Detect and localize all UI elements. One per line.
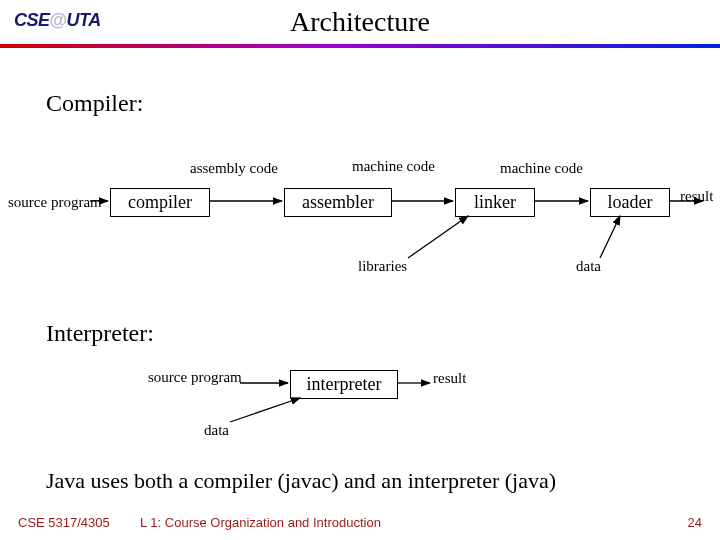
- box-assembler: assembler: [284, 188, 392, 217]
- label-assembly-code: assembly code: [190, 160, 278, 177]
- label-source-program-2: source program: [148, 369, 242, 386]
- label-libraries: libraries: [358, 258, 407, 275]
- label-result-compiler: result: [680, 188, 713, 205]
- label-data-compiler: data: [576, 258, 601, 275]
- svg-line-5: [408, 216, 468, 258]
- box-loader: loader: [590, 188, 670, 217]
- box-interpreter: interpreter: [290, 370, 398, 399]
- label-source-program: source program: [8, 194, 102, 211]
- java-note: Java uses both a compiler (javac) and an…: [46, 468, 556, 494]
- label-result-interpreter: result: [433, 370, 466, 387]
- box-compiler: compiler: [110, 188, 210, 217]
- svg-line-6: [600, 216, 620, 258]
- box-linker: linker: [455, 188, 535, 217]
- svg-line-9: [230, 398, 300, 422]
- label-machine-code-2: machine code: [500, 160, 583, 177]
- footer-course: CSE 5317/4305: [18, 515, 110, 530]
- footer-page: 24: [688, 515, 702, 530]
- label-machine-code-1: machine code: [352, 158, 435, 175]
- label-data-interpreter: data: [204, 422, 229, 439]
- footer-lecture: L 1: Course Organization and Introductio…: [140, 515, 381, 530]
- diagram-area: source program compiler assembly code as…: [0, 0, 720, 540]
